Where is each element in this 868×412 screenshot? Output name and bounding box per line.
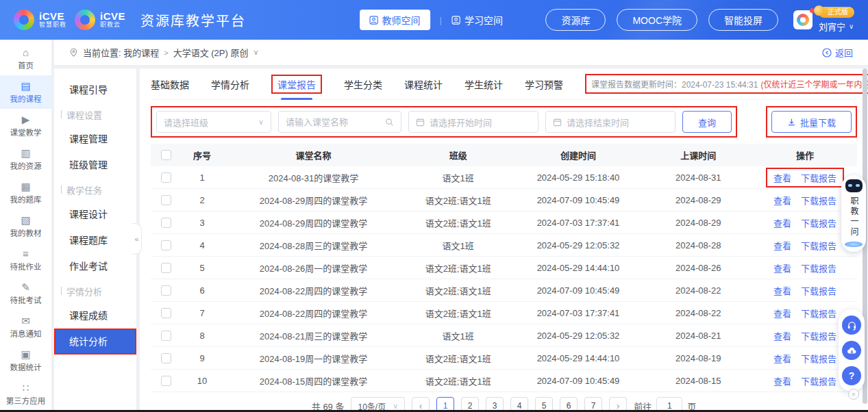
icve-shell-logo-icon (75, 10, 95, 30)
tab-learning-warning[interactable]: 学习预警 (525, 77, 563, 91)
download-report-link[interactable]: 下载报告 (801, 171, 836, 184)
page-button-3[interactable]: 3 (486, 397, 504, 412)
page-button-5[interactable]: 5 (535, 397, 553, 412)
rail-item-pending-homework[interactable]: ≡ 待批作业 (0, 243, 51, 276)
end-date-picker[interactable]: 请选择结束时间 (545, 111, 675, 133)
sidebar-item-course-guide[interactable]: 课程引导 (54, 77, 136, 103)
next-page-button[interactable]: › (609, 397, 627, 412)
select-all-checkbox[interactable] (161, 150, 171, 160)
tab-student-classification[interactable]: 学生分类 (344, 77, 382, 91)
view-link[interactable]: 查看 (773, 194, 791, 207)
download-report-link[interactable]: 下载报告 (801, 261, 836, 274)
rail-item-pending-exams[interactable]: ✎ 待批考试 (0, 276, 51, 310)
class-select[interactable]: 请选择班级 ∨ (156, 111, 271, 133)
zhijiao-assistant-widget[interactable]: 职教一问 (841, 175, 866, 252)
help-button[interactable]: ? (842, 366, 861, 385)
view-link[interactable]: 查看 (773, 261, 791, 274)
view-link[interactable]: 查看 (773, 329, 791, 342)
goto-page-input[interactable] (656, 397, 682, 412)
download-report-link[interactable]: 下载报告 (801, 194, 836, 207)
filter-bar: 请选择班级 ∨ 请选择开始时间 (151, 106, 857, 138)
download-report-link[interactable]: 下载报告 (801, 216, 836, 229)
tab-classroom-report[interactable]: 课堂报告 (271, 75, 322, 94)
download-report-link[interactable]: 下载报告 (801, 239, 836, 252)
apps-grid-icon: ∷ (23, 383, 29, 393)
rail-item-my-resources[interactable]: ▥ 我的资源 (0, 142, 51, 176)
sidebar-item-course-question-bank[interactable]: 课程题库 (54, 227, 136, 253)
view-link[interactable]: 查看 (773, 239, 791, 252)
row-checkbox[interactable] (161, 172, 171, 183)
row-checkbox[interactable] (161, 376, 171, 386)
download-center-button[interactable] (842, 341, 861, 360)
view-link[interactable]: 查看 (773, 374, 791, 387)
rail-item-home[interactable]: ⌂ 首页 (0, 42, 51, 75)
row-checkbox[interactable] (161, 263, 171, 273)
download-report-link[interactable]: 下载报告 (801, 307, 836, 320)
rail-item-question-bank[interactable]: ▦ 我的题库 (0, 176, 51, 209)
tab-course-statistics[interactable]: 课程统计 (404, 77, 443, 91)
batch-download-button[interactable]: 批量下载 (771, 111, 852, 133)
row-checkbox[interactable] (161, 195, 171, 205)
row-checkbox[interactable] (161, 353, 171, 363)
page-button-1[interactable]: 1 (436, 397, 454, 412)
download-report-link[interactable]: 下载报告 (801, 374, 836, 387)
teacher-space-tab[interactable]: 教师空间 (360, 10, 430, 30)
row-checkbox[interactable] (161, 285, 171, 296)
report-table: 序号 课堂名称 班级 创建时间 上课时间 操作 1 2024-08-31的课堂教… (151, 144, 857, 392)
student-space-tab[interactable]: 学习空间 (451, 13, 503, 27)
view-link[interactable]: 查看 (773, 216, 791, 229)
rail-item-my-courses[interactable]: ▤ 我的课程 (0, 75, 51, 109)
download-report-link[interactable]: 下载报告 (801, 329, 836, 342)
breadcrumb-course[interactable]: 大学语文 (2P) 原创 (173, 46, 249, 59)
class-name-search-input[interactable] (286, 117, 380, 127)
page-button-2[interactable]: 2 (461, 397, 479, 412)
resource-library-button[interactable]: 资源库 (545, 9, 606, 31)
rail-item-my-textbooks[interactable]: ▧ 我的教材 (0, 209, 51, 243)
search-button[interactable]: 查询 (682, 111, 732, 133)
annotation-box-row-actions: 查看下载报告 (766, 168, 844, 188)
smart-cast-button[interactable]: 智能投屏 (708, 9, 778, 31)
class-name-search-field[interactable] (278, 111, 401, 133)
sidebar-item-statistics-analysis[interactable]: 统计分析 (55, 330, 135, 353)
user-menu[interactable]: 刘宵宁 ∨ (819, 20, 854, 33)
view-link[interactable]: 查看 (773, 284, 791, 297)
course-chevron-down-icon[interactable]: ∨ (253, 48, 258, 57)
view-link[interactable]: 查看 (773, 307, 791, 320)
notice-updated-time: 课堂报告数据更新时间：2024-07-23 15:44:31 (591, 78, 758, 90)
sidebar-item-homework-exam[interactable]: 作业考试 (54, 253, 136, 279)
page-button-7[interactable]: 7 (584, 397, 602, 412)
rail-item-classroom-teaching[interactable]: ▶ 课堂教学 (0, 109, 51, 142)
collapse-toolbar-button[interactable]: × (848, 389, 859, 400)
sidebar-item-course-design[interactable]: 课程设计 (54, 201, 136, 227)
sidebar-item-course-grades[interactable]: 课程成绩 (54, 302, 136, 329)
rail-item-third-party-apps[interactable]: ∷ 第三方应用 (0, 377, 51, 411)
view-link[interactable]: 查看 (773, 171, 791, 184)
customer-service-button[interactable] (842, 316, 861, 335)
row-checkbox[interactable] (161, 240, 171, 250)
start-date-picker[interactable]: 请选择开始时间 (408, 111, 538, 133)
tab-student-statistics[interactable]: 学生统计 (464, 77, 503, 91)
page-button-6[interactable]: 6 (560, 397, 578, 412)
mooc-academy-button[interactable]: MOOC学院 (617, 9, 697, 31)
row-checkbox[interactable] (161, 218, 171, 228)
sidebar-item-class-management[interactable]: 班级管理 (54, 152, 136, 178)
download-report-link[interactable]: 下载报告 (801, 284, 836, 297)
rail-item-data-statistics[interactable]: ▣ 数据统计 (0, 344, 51, 377)
row-checkbox[interactable] (161, 331, 171, 341)
view-link[interactable]: 查看 (773, 352, 791, 365)
back-button[interactable]: 返回 (822, 46, 853, 59)
breadcrumb-current: 当前位置: 我的课程 (83, 46, 159, 59)
avatar[interactable] (793, 10, 813, 29)
rail-item-notifications[interactable]: ✉ 消息通知 (0, 310, 51, 344)
sidebar-collapse-handle[interactable]: « (132, 223, 142, 255)
row-checkbox[interactable] (161, 308, 171, 318)
sidebar-group-learning-analysis: 学情分析 (54, 279, 136, 302)
tab-basic-data[interactable]: 基础数据 (151, 77, 189, 91)
sidebar-item-course-management[interactable]: 课程管理 (54, 126, 136, 152)
stats-icon: ▣ (21, 349, 30, 359)
prev-page-button[interactable]: ‹ (412, 397, 430, 412)
page-size-select[interactable]: 10条/页 ∨ (351, 397, 405, 412)
tab-learning-analysis[interactable]: 学情分析 (211, 77, 249, 91)
download-report-link[interactable]: 下载报告 (801, 352, 836, 365)
page-button-4[interactable]: 4 (510, 397, 528, 412)
